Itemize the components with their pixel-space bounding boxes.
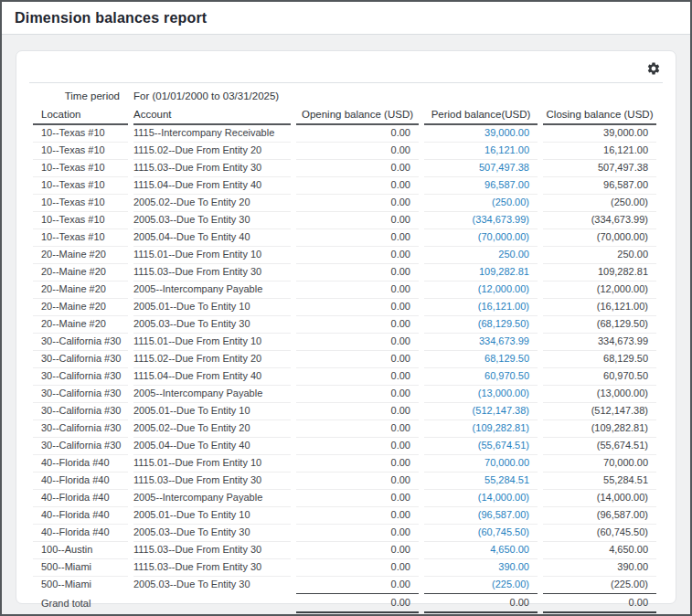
period-balance-link[interactable]: (16,121.00) (478, 301, 529, 312)
location-cell: 20--Maine #20 (33, 263, 128, 281)
account-cell: 1115.01--Due From Entity 10 (133, 454, 291, 472)
card-divider (29, 82, 663, 83)
period-balance-cell: (334,673.99) (424, 211, 538, 228)
period-balance-link[interactable]: (68,129.50) (478, 318, 529, 329)
table-row: 40--Florida #40 2005.01--Due To Entity 1… (33, 506, 656, 524)
period-balance-link[interactable]: 55,284.51 (484, 474, 529, 485)
account-cell: 1115.04--Due From Entity 40 (133, 176, 291, 194)
opening-balance-cell: 0.00 (296, 454, 419, 472)
period-balance-link[interactable]: 390.00 (498, 561, 529, 572)
period-balance-cell: 55,284.51 (424, 472, 538, 489)
period-balance-cell: 250.00 (424, 246, 538, 263)
period-balance-link[interactable]: (60,745.50) (478, 526, 529, 537)
closing-balance-cell: (334,673.99) (543, 211, 656, 228)
location-cell: 30--California #30 (33, 420, 128, 437)
period-balance-link[interactable]: (13,000.00) (478, 388, 529, 398)
period-balance-link[interactable]: 39,000.00 (484, 127, 529, 138)
period-balance-link[interactable]: (109,282.81) (473, 422, 529, 433)
period-balance-link[interactable]: 109,282.81 (479, 266, 529, 277)
period-balance-cell: 96,587.00 (424, 176, 538, 194)
table-row: 10--Texas #10 2005.03--Due To Entity 30 … (33, 211, 656, 228)
period-balance-link[interactable]: (14,000.00) (478, 492, 529, 503)
period-balance-link[interactable]: 96,587.00 (484, 179, 529, 190)
closing-balance-cell: (55,674.51) (543, 437, 656, 454)
period-balance-cell: 39,000.00 (424, 125, 538, 142)
settings-button[interactable] (645, 60, 662, 77)
time-period-row: Time period For (01/01/2000 to 03/31/202… (33, 88, 656, 106)
closing-balance-cell: 4,650.00 (543, 541, 656, 558)
account-cell: 2005.01--Due To Entity 10 (133, 506, 291, 524)
account-cell: 1115.01--Due From Entity 10 (133, 246, 291, 263)
time-period-value: For (01/01/2000 to 03/31/2025) (133, 88, 656, 106)
table-row: 500--Miami 2005.03--Due To Entity 30 0.0… (33, 576, 656, 593)
account-cell: 1115.01--Due From Entity 10 (133, 333, 291, 350)
account-cell: 1115.04--Due From Entity 40 (133, 367, 291, 385)
account-cell: 2005--Intercompany Payable (133, 281, 291, 298)
opening-balance-cell: 0.00 (296, 576, 419, 593)
time-period-label: Time period (33, 88, 128, 106)
period-balance-cell: 109,282.81 (424, 263, 538, 281)
grand-total-period: 0.00 (424, 593, 538, 613)
period-balance-link[interactable]: (512,147.38) (473, 405, 529, 416)
account-cell: 2005--Intercompany Payable (133, 385, 291, 402)
location-cell: 20--Maine #20 (33, 246, 128, 263)
period-balance-link[interactable]: 507,497.38 (479, 162, 529, 173)
location-cell: 30--California #30 (33, 437, 128, 454)
table-row: 30--California #30 2005.02--Due To Entit… (33, 420, 656, 437)
account-cell: 1115.02--Due From Entity 20 (133, 142, 291, 159)
period-balance-link[interactable]: (96,587.00) (478, 509, 529, 520)
column-header-row: Location Account Opening balance (USD) P… (33, 106, 656, 125)
opening-balance-cell: 0.00 (296, 367, 419, 385)
period-balance-link[interactable]: (334,673.99) (473, 214, 529, 225)
period-balance-link[interactable]: 250.00 (498, 249, 529, 260)
opening-balance-cell: 0.00 (296, 176, 419, 194)
opening-balance-cell: 0.00 (296, 385, 419, 402)
location-cell: 40--Florida #40 (33, 454, 128, 472)
period-balance-cell: (109,282.81) (424, 420, 538, 437)
opening-balance-cell: 0.00 (296, 541, 419, 558)
period-balance-link[interactable]: (55,674.51) (478, 440, 529, 451)
table-row: 30--California #30 1115.04--Due From Ent… (33, 367, 656, 385)
closing-balance-cell: (109,282.81) (543, 420, 656, 437)
period-balance-link[interactable]: 4,650.00 (490, 544, 529, 555)
location-cell: 10--Texas #10 (33, 125, 128, 142)
location-cell: 500--Miami (33, 576, 128, 593)
table-row: 20--Maine #20 2005--Intercompany Payable… (33, 281, 656, 298)
period-balance-link[interactable]: (12,000.00) (478, 283, 529, 294)
location-cell: 30--California #30 (33, 402, 128, 420)
period-balance-cell: (225.00) (424, 576, 538, 593)
period-balance-cell: 334,673.99 (424, 333, 538, 350)
period-balance-link[interactable]: (250.00) (492, 196, 529, 207)
opening-balance-cell: 0.00 (296, 211, 419, 228)
account-cell: 2005.03--Due To Entity 30 (133, 211, 291, 228)
location-cell: 30--California #30 (33, 367, 128, 385)
period-balance-cell: 60,970.50 (424, 367, 538, 385)
closing-balance-cell: (225.00) (543, 576, 656, 593)
table-row: 30--California #30 1115.02--Due From Ent… (33, 350, 656, 367)
closing-balance-cell: (12,000.00) (543, 281, 656, 298)
location-cell: 30--California #30 (33, 385, 128, 402)
period-balance-link[interactable]: 60,970.50 (484, 370, 529, 381)
page-title: Dimension balances report (15, 10, 207, 27)
period-balance-link[interactable]: 70,000.00 (484, 457, 529, 468)
opening-balance-cell: 0.00 (296, 228, 419, 246)
closing-balance-cell: (250.00) (543, 194, 656, 211)
location-cell: 30--California #30 (33, 350, 128, 367)
period-balance-cell: 4,650.00 (424, 541, 538, 558)
table-row: 100--Austin 1115.03--Due From Entity 30 … (33, 541, 656, 558)
opening-balance-cell: 0.00 (296, 194, 419, 211)
closing-balance-cell: (14,000.00) (543, 489, 656, 506)
period-balance-link[interactable]: (70,000.00) (478, 231, 529, 242)
period-balance-link[interactable]: 68,129.50 (484, 353, 529, 364)
location-cell: 40--Florida #40 (33, 472, 128, 489)
period-balance-link[interactable]: 16,121.00 (484, 144, 529, 155)
period-balance-link[interactable]: (225.00) (492, 579, 529, 589)
account-cell: 1115.02--Due From Entity 20 (133, 350, 291, 367)
table-row: 20--Maine #20 2005.03--Due To Entity 30 … (33, 315, 656, 333)
location-cell: 20--Maine #20 (33, 315, 128, 333)
period-balance-cell: 16,121.00 (424, 142, 538, 159)
period-balance-cell: 390.00 (424, 558, 538, 576)
period-balance-link[interactable]: 334,673.99 (479, 335, 529, 346)
closing-balance-cell: 507,497.38 (543, 159, 656, 176)
closing-balance-cell: (96,587.00) (543, 506, 656, 524)
